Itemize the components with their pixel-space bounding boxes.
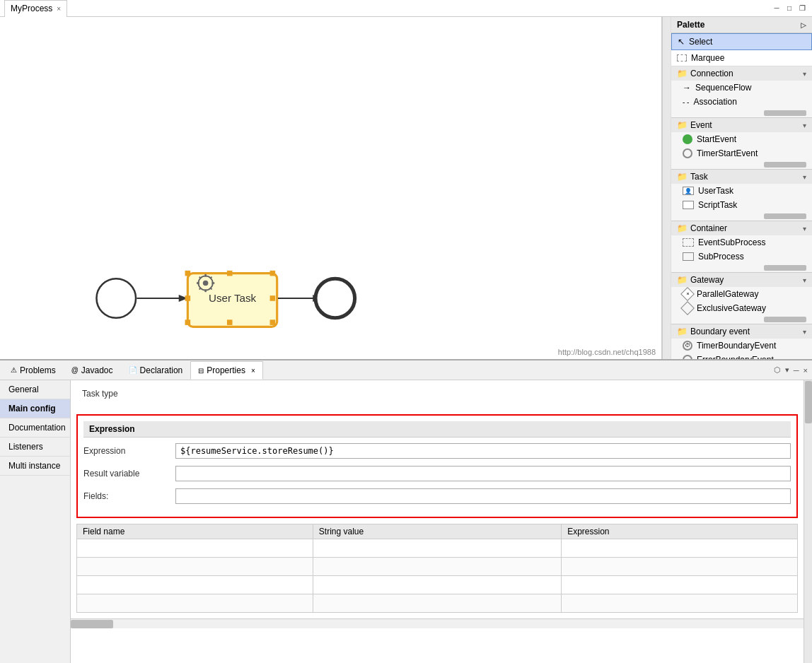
- properties-close-icon[interactable]: ×: [251, 367, 255, 375]
- palette-item-eventsubprocess[interactable]: EventSubProcess: [671, 235, 812, 250]
- sidebar-item-general[interactable]: General: [0, 380, 70, 399]
- marquee-icon: [677, 54, 687, 61]
- table-row[interactable]: [77, 558, 798, 576]
- main-container: User Task http://blog.csdn.net/chq1988 P…: [0, 17, 812, 663]
- palette-item-startevent[interactable]: StartEvent: [671, 132, 812, 146]
- palette-item-usertask[interactable]: 👤 UserTask: [671, 184, 812, 198]
- expression-box: Expression Expression Result variable: [76, 414, 798, 518]
- fieldname-cell-3[interactable]: [77, 594, 313, 613]
- parallelgateway-label: ParallelGateway: [697, 289, 758, 299]
- horizontal-scrollbar[interactable]: [71, 618, 804, 628]
- svg-text:User Task: User Task: [209, 292, 257, 304]
- usertask-label: UserTask: [698, 186, 733, 196]
- canvas-vertical-scrollbar[interactable]: [662, 17, 671, 359]
- stringvalue-header: String value: [313, 524, 561, 539]
- gateway-collapse-icon[interactable]: ▾: [803, 276, 806, 284]
- sidebar-item-mainconfig[interactable]: Main config: [0, 399, 70, 418]
- palette-select-tool[interactable]: ↖ Select: [671, 33, 812, 50]
- tab-dropdown-icon[interactable]: ▾: [784, 364, 791, 376]
- stringvalue-cell-2[interactable]: [313, 576, 561, 594]
- timerboundary-label: TimerBoundaryEvent: [697, 341, 776, 351]
- panel-minimize-icon[interactable]: ─: [792, 365, 801, 376]
- palette-section-gateway: 📁 Gateway ▾ + ParallelGateway ExclusiveG…: [671, 273, 812, 324]
- connection-collapse-icon[interactable]: ▾: [803, 70, 806, 78]
- palette-section-task: 📁 Task ▾ 👤 UserTask ScriptTask: [671, 170, 812, 221]
- stringvalue-cell-1[interactable]: [313, 558, 561, 576]
- palette-section-boundary-header[interactable]: 📁 Boundary event ▾: [671, 324, 812, 339]
- expression-form-value: [175, 443, 791, 462]
- eventsubprocess-icon: [683, 238, 694, 247]
- top-area: User Task http://blog.csdn.net/chq1988 P…: [0, 17, 812, 359]
- svg-rect-8: [227, 271, 233, 276]
- folder-icon: 📁: [677, 69, 688, 78]
- palette-item-exclusivegateway[interactable]: ExclusiveGateway: [671, 301, 812, 315]
- palette-section-task-header[interactable]: 📁 Task ▾: [671, 170, 812, 184]
- fields-input: [175, 488, 791, 504]
- javadoc-icon: @: [71, 366, 79, 374]
- palette-section-connection: 📁 Connection ▾ → SequenceFlow - - Associ…: [671, 66, 812, 118]
- resultvariable-value: [175, 466, 791, 484]
- fields-table: Field name String value Expression: [76, 524, 798, 613]
- palette-marquee-tool[interactable]: Marquee: [671, 50, 812, 66]
- tab-declaration[interactable]: 📄 Declaration: [121, 361, 191, 380]
- editor-tab[interactable]: MyProcess ×: [4, 0, 67, 17]
- palette-item-sequenceflow[interactable]: → SequenceFlow: [671, 81, 812, 95]
- startevent-label: StartEvent: [697, 134, 736, 144]
- javadoc-label: Javadoc: [81, 365, 113, 375]
- tab-problems[interactable]: ⚠ Problems: [3, 361, 64, 380]
- palette-item-association[interactable]: - - Association: [671, 95, 812, 109]
- fieldname-cell-2[interactable]: [77, 576, 313, 594]
- canvas-area[interactable]: User Task http://blog.csdn.net/chq1988: [0, 17, 662, 359]
- fieldname-cell-0[interactable]: [77, 539, 313, 558]
- palette-section-event-header[interactable]: 📁 Event ▾: [671, 118, 812, 132]
- table-row[interactable]: [77, 539, 798, 558]
- connection-more-bar: [764, 110, 806, 116]
- tab-close-icon[interactable]: ×: [57, 5, 61, 13]
- palette-item-timerstart[interactable]: TimerStartEvent: [671, 146, 812, 160]
- task-collapse-icon[interactable]: ▾: [803, 173, 806, 181]
- palette-section-connection-header[interactable]: 📁 Connection ▾: [671, 66, 812, 81]
- palette-item-subprocess[interactable]: SubProcess: [671, 250, 812, 264]
- sidebar-item-documentation[interactable]: Documentation: [0, 418, 70, 438]
- expression-cell-3[interactable]: [562, 594, 798, 613]
- palette-section-gateway-header[interactable]: 📁 Gateway ▾: [671, 273, 812, 287]
- minimize-icon[interactable]: ─: [771, 3, 782, 14]
- tab-javadoc[interactable]: @ Javadoc: [64, 361, 121, 380]
- stringvalue-cell-3[interactable]: [313, 594, 561, 613]
- sidebar-item-listeners[interactable]: Listeners: [0, 438, 70, 457]
- palette-item-scripttask[interactable]: ScriptTask: [671, 198, 812, 212]
- palette-title: Palette: [677, 20, 704, 30]
- palette-item-timerboundary[interactable]: ⏱ TimerBoundaryEvent: [671, 339, 812, 353]
- panel-close-icon[interactable]: ×: [802, 365, 809, 376]
- stringvalue-cell-0[interactable]: [313, 539, 561, 558]
- fields-section: Field name String value Expression: [76, 524, 798, 613]
- expression-cell-1[interactable]: [562, 558, 798, 576]
- declaration-icon: 📄: [129, 366, 137, 374]
- resultvariable-input[interactable]: [175, 466, 791, 481]
- table-row[interactable]: [77, 594, 798, 613]
- maximize-icon[interactable]: □: [784, 3, 795, 14]
- sequenceflow-icon: →: [683, 83, 691, 93]
- palette-item-errorboundary[interactable]: ErrorBoundaryEvent: [671, 353, 812, 359]
- palette-item-parallelgateway[interactable]: + ParallelGateway: [671, 287, 812, 301]
- fieldname-cell-1[interactable]: [77, 558, 313, 576]
- bottom-vertical-scrollbar[interactable]: [804, 380, 812, 663]
- scripttask-icon: [683, 201, 694, 209]
- palette-section-container-header[interactable]: 📁 Container ▾: [671, 221, 812, 235]
- svg-rect-11: [270, 295, 276, 301]
- expression-cell-0[interactable]: [562, 539, 798, 558]
- table-row[interactable]: [77, 576, 798, 594]
- restore-icon[interactable]: ❐: [796, 3, 808, 14]
- expression-box-header: Expression: [83, 421, 791, 438]
- boundary-collapse-icon[interactable]: ▾: [803, 328, 806, 336]
- event-collapse-icon[interactable]: ▾: [803, 122, 806, 129]
- resultvariable-row: Result variable: [83, 466, 791, 484]
- tab-properties[interactable]: ⊟ Properties ×: [190, 361, 263, 380]
- expression-input[interactable]: [175, 443, 791, 459]
- palette-collapse-icon[interactable]: ▷: [801, 21, 806, 29]
- open-external-icon[interactable]: ⬡: [772, 364, 782, 376]
- sidebar-item-multiinstance[interactable]: Multi instance: [0, 457, 70, 476]
- container-collapse-icon[interactable]: ▾: [803, 225, 806, 233]
- expression-cell-2[interactable]: [562, 576, 798, 594]
- sequenceflow-label: SequenceFlow: [695, 83, 751, 93]
